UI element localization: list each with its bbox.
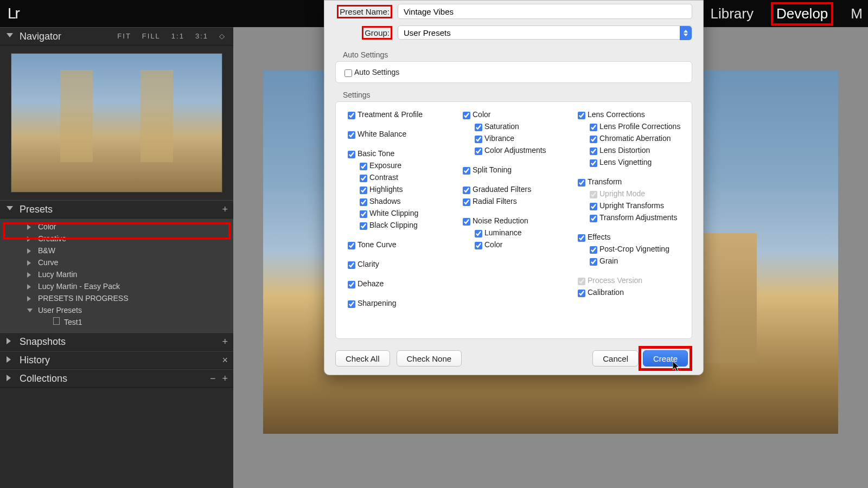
tab-library[interactable]: Library [710, 5, 753, 22]
panel-snapshots[interactable]: Snapshots + [0, 332, 233, 351]
tab-extra[interactable]: M [851, 5, 863, 22]
ck-lens-chrom[interactable]: Chromatic Aberration [575, 132, 683, 144]
zoom-fill[interactable]: FILL [140, 28, 163, 45]
add-snapshot-button[interactable]: + [222, 333, 228, 350]
chevron-right-icon [27, 248, 31, 254]
panel-history[interactable]: History × [0, 351, 233, 369]
ck-dehaze[interactable]: Dehaze [344, 278, 453, 290]
chevron-right-icon [27, 284, 31, 290]
preset-group[interactable]: Curve [20, 256, 233, 268]
preset-group[interactable]: Creative [20, 233, 233, 245]
ck-noise-color[interactable]: Color [459, 239, 568, 251]
zoom-1to1[interactable]: 1:1 [169, 28, 187, 45]
ck-treatment[interactable]: Treatment & Profile [344, 108, 453, 120]
settings-title: Settings [324, 83, 703, 101]
ck-saturation[interactable]: Saturation [459, 120, 568, 132]
group-select[interactable] [398, 25, 692, 40]
group-label: Group: [330, 26, 398, 40]
ck-clarity[interactable]: Clarity [344, 258, 453, 270]
ck-effects[interactable]: Effects [575, 231, 683, 243]
ck-sharpen[interactable]: Sharpening [344, 297, 453, 309]
ck-highlights[interactable]: Highlights [344, 183, 453, 195]
clear-history-button[interactable]: × [222, 351, 228, 369]
ck-blackclip[interactable]: Black Clipping [344, 219, 453, 231]
group-dropdown-button[interactable] [680, 26, 692, 40]
chevron-down-icon [7, 33, 13, 37]
ck-lens[interactable]: Lens Corrections [575, 108, 683, 120]
ck-noise-lum[interactable]: Luminance [459, 227, 568, 239]
settings-col-2: Color Saturation Vibrance Color Adjustme… [456, 106, 571, 334]
navigator-zoom-picker[interactable]: FIT FILL 1:1 3:1 ◇ [115, 28, 228, 45]
ck-coloradj[interactable]: Color Adjustments [459, 144, 568, 156]
preset-item[interactable]: Test1 [20, 316, 233, 328]
check-none-button[interactable]: Check None [397, 350, 462, 367]
tab-develop[interactable]: Develop [776, 5, 828, 22]
chevron-down-icon [27, 309, 33, 312]
ck-whiteclip[interactable]: White Clipping [344, 207, 453, 219]
preset-group[interactable]: Lucy Martin - Easy Pack [20, 280, 233, 292]
navigator-preview[interactable] [11, 53, 222, 192]
panel-collections[interactable]: Collections − + [0, 369, 233, 388]
chevron-updown-icon[interactable]: ◇ [217, 28, 228, 45]
chevron-right-icon [27, 272, 31, 278]
auto-settings-title: Auto Settings [324, 43, 703, 61]
create-preset-dialog: Preset Name: Group: Auto Settings Auto S… [324, 0, 704, 375]
panel-presets[interactable]: Presets + [0, 200, 233, 219]
ck-basictone[interactable]: Basic Tone [344, 147, 453, 159]
ck-shadows[interactable]: Shadows [344, 195, 453, 207]
preset-group[interactable]: Color [20, 221, 233, 233]
auto-settings-checkbox[interactable]: Auto Settings [341, 66, 686, 78]
add-collection-button[interactable]: + [222, 370, 228, 387]
zoom-3to1[interactable]: 3:1 [193, 28, 210, 45]
ck-postcrop-vig[interactable]: Post-Crop Vignetting [575, 243, 683, 255]
preset-group[interactable]: Lucy Martin [20, 268, 233, 280]
settings-col-1: Treatment & Profile White Balance Basic … [341, 106, 456, 334]
history-title: History [20, 355, 50, 365]
ck-upright-trans[interactable]: Upright Transforms [575, 200, 683, 211]
chevron-right-icon [7, 338, 11, 344]
panel-navigator[interactable]: Navigator FIT FILL 1:1 3:1 ◇ [0, 27, 233, 46]
preset-group[interactable]: B&W [20, 245, 233, 256]
snapshots-title: Snapshots [20, 336, 66, 347]
chevron-down-icon [7, 206, 13, 210]
ck-trans-adj[interactable]: Transform Adjustments [575, 211, 683, 223]
dialog-buttons: Check All Check None Cancel Create [324, 342, 703, 375]
zoom-fit[interactable]: FIT [115, 28, 133, 45]
ck-color[interactable]: Color [459, 108, 568, 120]
ck-transform[interactable]: Transform [575, 176, 683, 188]
ck-grain[interactable]: Grain [575, 255, 683, 267]
add-preset-button[interactable]: + [222, 201, 228, 218]
ck-contrast[interactable]: Contrast [344, 171, 453, 183]
cursor-icon [673, 361, 681, 373]
preset-group[interactable]: User Presets [20, 304, 233, 316]
ck-lens-profile[interactable]: Lens Profile Corrections [575, 120, 683, 132]
ck-exposure[interactable]: Exposure [344, 159, 453, 171]
chevron-right-icon [27, 296, 31, 301]
ck-whitebalance[interactable]: White Balance [344, 128, 453, 140]
ck-lens-vig[interactable]: Lens Vignetting [575, 156, 683, 168]
chevron-right-icon [27, 236, 31, 242]
settings-col-3: Lens Corrections Lens Profile Correction… [571, 106, 686, 334]
preset-name-label: Preset Name: [330, 5, 398, 18]
ck-lens-dist[interactable]: Lens Distortion [575, 144, 683, 156]
settings-box: Treatment & Profile White Balance Basic … [335, 101, 692, 339]
ck-upright-mode: Upright Mode [575, 188, 683, 200]
preset-group[interactable]: PRESETS IN PROGRESS [20, 292, 233, 304]
remove-collection-button[interactable]: − [210, 370, 216, 387]
preset-name-input[interactable] [398, 4, 692, 19]
module-tabs: Library Develop M [710, 2, 868, 25]
left-panel: Navigator FIT FILL 1:1 3:1 ◇ Presets + C… [0, 27, 233, 488]
ck-gradfilt[interactable]: Graduated Filters [459, 183, 568, 195]
cancel-button[interactable]: Cancel [592, 350, 639, 367]
ck-radfilt[interactable]: Radial Filters [459, 195, 568, 207]
check-all-button[interactable]: Check All [335, 350, 390, 367]
ck-tonecurve[interactable]: Tone Curve [344, 239, 453, 251]
ck-noise[interactable]: Noise Reduction [459, 215, 568, 227]
ck-splittone[interactable]: Split Toning [459, 164, 568, 176]
collections-title: Collections [20, 373, 67, 384]
ck-vibrance[interactable]: Vibrance [459, 132, 568, 144]
ck-calibration[interactable]: Calibration [575, 286, 683, 298]
chevron-right-icon [27, 260, 31, 266]
ck-process-version: Process Version [575, 274, 683, 286]
navigator-title: Navigator [20, 31, 61, 42]
